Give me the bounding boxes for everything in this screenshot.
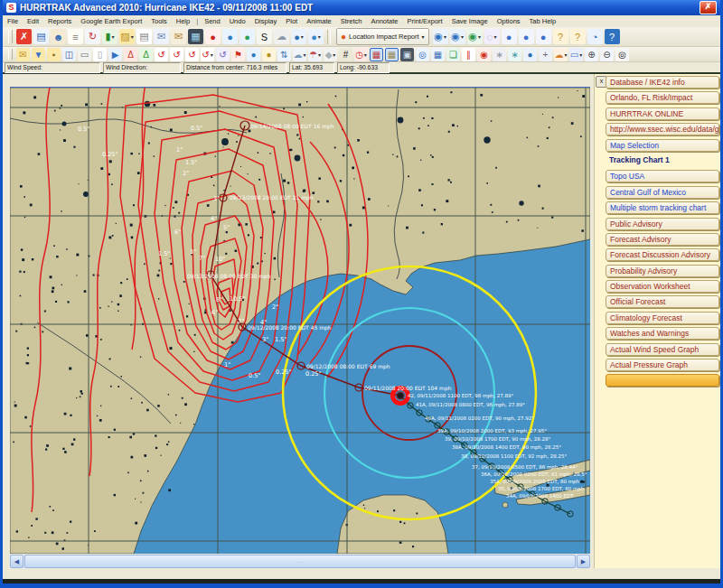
map-route-icon[interactable]: ▶ [108, 48, 122, 61]
globe-report-dd-icon[interactable]: ●▾ [291, 29, 306, 44]
globe-earth2-icon[interactable]: ● [239, 29, 255, 44]
archive-lock-icon[interactable]: ▪ [47, 48, 61, 61]
sidebar-item-official-forecast[interactable]: Official Forecast [606, 295, 719, 308]
tracking-map[interactable]: 09/11/2008 20:00 EDT 104 mph09/12/2008 0… [10, 87, 590, 554]
satellite-image-icon[interactable]: ▦ [188, 29, 203, 44]
weather-mix-dd-icon[interactable]: ☁▾ [554, 48, 568, 61]
weather-cloud-icon[interactable]: ☁ [274, 29, 289, 44]
dropdown-arrow-icon[interactable]: ▾ [318, 51, 321, 58]
menu-file[interactable]: File [3, 16, 23, 26]
diamond-dd-icon[interactable]: ◆▾ [324, 48, 337, 61]
dropdown-arrow-icon[interactable]: ▾ [301, 33, 304, 40]
globe-lock-icon[interactable]: ● [262, 48, 276, 61]
sidebar-item-topo-usa[interactable]: Topo USA [606, 170, 719, 182]
inbox-import-icon[interactable]: ▼ [32, 48, 45, 61]
blue-ball2-icon[interactable]: ● [519, 29, 534, 44]
undo-swirl-icon[interactable]: ↺ [216, 48, 230, 61]
hurricane-track4-dd-icon[interactable]: ↺▾ [201, 48, 214, 61]
film-animate2-icon[interactable]: ∗ [508, 48, 521, 61]
window-form-icon[interactable]: ▤ [33, 29, 49, 44]
scrollbar-thumb[interactable]: ∙∙∙ [24, 555, 576, 568]
weather-storm-dd-icon[interactable]: ☂▾ [308, 48, 322, 61]
globe-earth-icon[interactable]: ● [222, 29, 238, 44]
dropdown-arrow-icon[interactable]: ▾ [493, 33, 496, 40]
scroll-left-button[interactable]: ◀ [10, 555, 23, 568]
menu-display[interactable]: Display [250, 16, 282, 26]
close-red-icon[interactable]: ✗ [16, 29, 32, 44]
tropical-storm-symbol-icon[interactable]: S [257, 29, 272, 44]
alert-chart-icon[interactable]: ⚑ [231, 48, 245, 61]
person-question2-icon[interactable]: ? [570, 29, 586, 44]
zoom-out-icon[interactable]: ⊖ [600, 48, 614, 61]
mail-report-icon[interactable]: ✉ [171, 29, 186, 44]
menu-print-export[interactable]: Print/Export [402, 16, 446, 26]
menu-options[interactable]: Options [493, 16, 525, 26]
print-icon[interactable]: ▭ [78, 48, 91, 61]
report-notes-icon[interactable]: ≡ [68, 29, 83, 44]
globe-map-dd-icon[interactable]: ●▾ [308, 29, 324, 44]
sidebar-item-climatology-forecast[interactable]: Climatology Forecast [606, 312, 719, 324]
globe-tool-icon[interactable]: ● [247, 48, 260, 61]
send-mail-icon[interactable]: ✉ [154, 29, 169, 44]
tracks-lines-icon[interactable]: ∥ [462, 48, 475, 61]
user-icon[interactable]: ☻ [51, 29, 66, 44]
scroll-right-button[interactable]: ▶ [577, 555, 590, 568]
bullseye-icon[interactable]: ◎ [416, 48, 429, 61]
dropdown-arrow-icon[interactable]: ▾ [303, 51, 305, 58]
document-icon[interactable]: ▤ [136, 29, 152, 44]
close-window-button[interactable]: ✗ [700, 1, 717, 14]
alarm-bell-red-icon[interactable]: Δ [124, 48, 137, 61]
sidebar-item-actual-pressure-graph[interactable]: Actual Pressure Graph [606, 359, 719, 371]
person-updown-icon[interactable]: ⇅ [277, 48, 291, 61]
sidebar-item-central-gulf-of-mexico[interactable]: Central Gulf of Mexico [606, 186, 719, 199]
globe-green-dd-icon[interactable]: ◉▾ [467, 29, 483, 44]
menu-save-image[interactable]: Save Image [447, 16, 493, 26]
hurricane-track3-icon[interactable]: ↺ [185, 48, 199, 61]
menu-reports[interactable]: Reports [43, 16, 76, 26]
sidebar-item-probability-advisory[interactable]: Probability Advisory [606, 265, 719, 277]
map-horizontal-scrollbar[interactable]: ◀ ∙∙∙ ▶ [10, 555, 590, 568]
menu-send[interactable]: Send [200, 16, 225, 26]
magnifier-dd-icon[interactable]: ◌▾ [484, 29, 500, 44]
film-animate-icon[interactable]: ∗ [493, 48, 506, 61]
toolbar-grip[interactable] [8, 30, 13, 43]
dropdown-arrow-icon[interactable]: ▾ [564, 51, 567, 58]
menu-tab-help[interactable]: Tab Help [525, 16, 561, 26]
sidebar-item-public-advisory[interactable]: Public Advisory [606, 218, 719, 230]
dropdown-arrow-icon[interactable]: ▾ [364, 51, 367, 58]
open-folder-icon[interactable]: ▨▾ [119, 29, 135, 44]
target-red-icon[interactable]: ◉ [477, 48, 491, 61]
time-red-dd-icon[interactable]: ◷▾ [354, 48, 368, 61]
menu-tools[interactable]: Tools [146, 16, 172, 26]
menu-annotate[interactable]: Annotate [366, 16, 402, 26]
dropdown-arrow-icon[interactable]: ▾ [333, 51, 335, 58]
blue-ball3-icon[interactable]: ● [536, 29, 551, 44]
mail-open-icon[interactable]: ✉ [16, 48, 30, 61]
world-clock-icon[interactable]: ◔ [587, 29, 603, 44]
help-icon[interactable]: ? [605, 29, 620, 44]
sidebar-item-database-ike42-info[interactable]: Database / IKE42 info [606, 76, 719, 89]
sidebar-item-watches-and-warnings[interactable]: Watches and Warnings [606, 327, 719, 340]
menu-plot[interactable]: Plot [281, 16, 302, 26]
dropdown-arrow-icon[interactable]: ▾ [579, 51, 582, 58]
dropdown-arrow-icon[interactable]: ▾ [112, 33, 115, 40]
sidebar-item-actual-wind-speed-graph[interactable]: Actual Wind Speed Graph [606, 343, 719, 356]
round-report2-dd-icon[interactable]: ◉▾ [450, 29, 465, 44]
toolbar-grip[interactable] [8, 49, 13, 59]
sidebar-selected-slot[interactable] [606, 374, 719, 387]
dropdown-arrow-icon[interactable]: ▾ [478, 33, 481, 40]
monitor-icon[interactable]: ▣ [400, 48, 414, 61]
menu-help[interactable]: Help [172, 16, 194, 26]
grid-number-icon[interactable]: # [339, 48, 352, 61]
sidebar-item-forecast-advisory[interactable]: Forecast Advisory [606, 233, 719, 246]
menu-animate[interactable]: Animate [302, 16, 336, 26]
blue-ball-icon[interactable]: ● [502, 29, 517, 44]
map-region-icon[interactable]: ▦ [385, 48, 399, 61]
globe-red-icon[interactable]: ● [205, 29, 221, 44]
sidebar-item-observation-worksheet[interactable]: Observation Worksheet [606, 280, 719, 293]
sidebar-item-multiple-storm-tracking-chart[interactable]: Multiple storm tracking chart [606, 201, 719, 214]
person-question-icon[interactable]: ? [553, 29, 568, 44]
image-export-dd-icon[interactable]: ▭▾ [569, 48, 583, 61]
sidebar-item-hurrtrak-online[interactable]: HURRTRAK ONLINE [606, 107, 719, 120]
chart-export-icon[interactable]: ▮▾ [102, 29, 117, 44]
